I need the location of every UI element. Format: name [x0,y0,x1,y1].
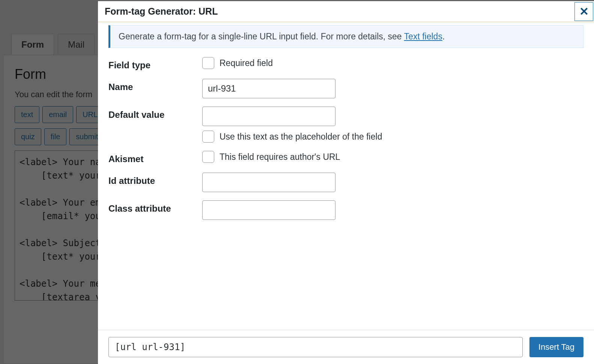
info-box: Generate a form-tag for a single-line UR… [108,25,583,48]
modal-header: Form-tag Generator: URL ✕ [98,1,594,22]
info-text-end: . [442,32,445,41]
label-akismet: Akismet [108,151,202,164]
row-name: Name [108,79,583,98]
input-class-attr[interactable] [202,200,335,220]
close-icon: ✕ [579,5,589,18]
checkbox-akismet[interactable] [202,151,214,163]
label-class-attr: Class attribute [108,200,202,214]
modal-footer: Insert Tag [98,330,594,364]
info-text: Generate a form-tag for a single-line UR… [119,32,404,41]
input-name[interactable] [202,79,335,98]
row-class-attr: Class attribute [108,200,583,220]
label-field-type: Field type [108,57,202,71]
label-required: Required field [220,58,273,68]
row-field-type: Field type Required field [108,57,583,71]
modal-body: Generate a form-tag for a single-line UR… [98,22,594,330]
close-button[interactable]: ✕ [574,2,593,21]
label-placeholder-opt: Use this text as the placeholder of the … [220,132,382,142]
row-akismet: Akismet This field requires author's URL [108,151,583,164]
label-name: Name [108,79,202,92]
tag-output[interactable] [108,337,523,357]
info-link[interactable]: Text fields [404,32,442,41]
insert-tag-button[interactable]: Insert Tag [529,337,583,357]
form-tag-generator-modal: Form-tag Generator: URL ✕ Generate a for… [98,1,594,364]
row-id-attr: Id attribute [108,173,583,192]
label-id-attr: Id attribute [108,173,202,186]
label-akismet-opt: This field requires author's URL [220,152,340,162]
label-default-value: Default value [108,107,202,120]
modal-title: Form-tag Generator: URL [98,1,224,22]
row-default-value: Default value Use this text as the place… [108,107,583,143]
checkbox-required[interactable] [202,57,214,69]
input-default-value[interactable] [202,107,335,126]
input-id-attr[interactable] [202,173,335,192]
checkbox-placeholder[interactable] [202,131,214,143]
